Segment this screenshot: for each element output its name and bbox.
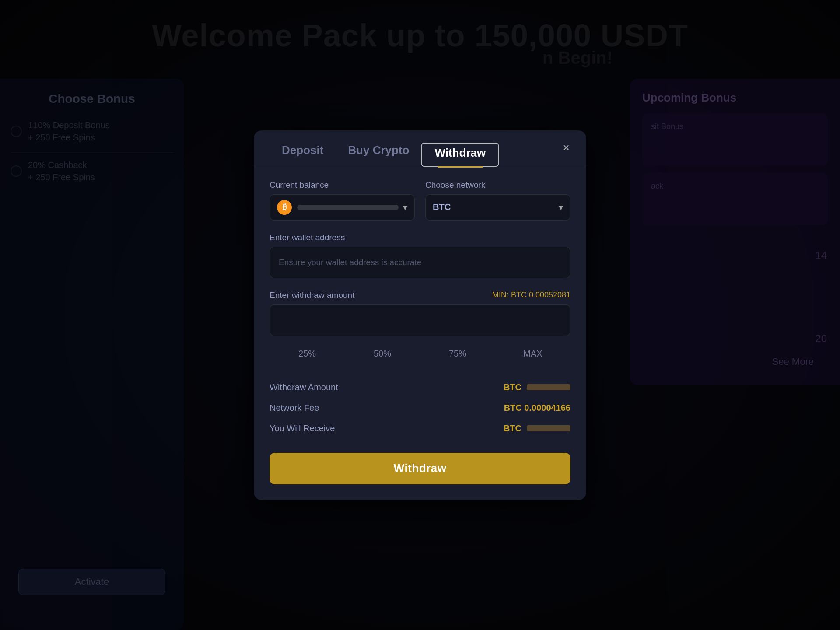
amount-label: Enter withdraw amount [270,290,354,300]
withdraw-amount-value: BTC [504,382,570,392]
pct-max-button[interactable]: MAX [495,343,570,365]
balance-redacted [297,205,399,210]
you-will-receive-redacted [527,425,570,431]
withdraw-amount-currency: BTC [504,382,522,392]
choose-network-group: Choose network BTC ▾ [425,180,570,220]
withdraw-amount-redacted [527,384,570,390]
current-balance-group: Current balance ₿ ▾ [270,180,415,220]
balance-chevron-icon: ▾ [403,202,407,213]
modal-tabs: Deposit Buy Crypto Withdraw × [254,130,586,167]
withdraw-button[interactable]: Withdraw [270,453,570,484]
modal-overlay: Deposit Buy Crypto Withdraw × Current ba… [0,0,840,630]
network-fee-row: Network Fee BTC 0.00004166 [270,398,570,418]
balance-network-row: Current balance ₿ ▾ Choose network BTC ▾ [270,180,570,220]
network-chevron-icon: ▾ [559,202,563,213]
wallet-address-label: Enter wallet address [270,233,570,242]
withdraw-amount-key: Withdraw Amount [270,382,338,392]
pct-25-button[interactable]: 25% [270,343,345,365]
pct-50-button[interactable]: 50% [345,343,420,365]
min-amount-label: MIN: BTC 0.00052081 [492,290,570,300]
tab-withdraw[interactable]: Withdraw [421,143,499,167]
amount-header: Enter withdraw amount MIN: BTC 0.0005208… [270,290,570,300]
amount-group: Enter withdraw amount MIN: BTC 0.0005208… [270,290,570,343]
network-value: BTC [433,202,554,212]
amount-input[interactable] [270,304,570,336]
tab-deposit[interactable]: Deposit [270,144,336,166]
you-will-receive-currency: BTC [504,424,522,434]
you-will-receive-key: You Will Receive [270,424,335,434]
network-fee-key: Network Fee [270,403,319,413]
withdraw-modal: Deposit Buy Crypto Withdraw × Current ba… [254,130,586,500]
wallet-address-group: Enter wallet address [270,233,570,278]
network-select[interactable]: BTC ▾ [425,194,570,220]
close-button[interactable]: × [558,140,574,156]
balance-select[interactable]: ₿ ▾ [270,194,415,220]
choose-network-label: Choose network [425,180,570,190]
network-fee-value: BTC 0.00004166 [504,403,570,413]
tab-buy-crypto[interactable]: Buy Crypto [336,144,421,166]
current-balance-label: Current balance [270,180,415,190]
pct-75-button[interactable]: 75% [420,343,495,365]
withdraw-amount-row: Withdraw Amount BTC [270,377,570,398]
summary-section: Withdraw Amount BTC Network Fee BTC 0.00… [270,377,570,439]
you-will-receive-row: You Will Receive BTC [270,418,570,439]
wallet-address-input[interactable] [270,247,570,278]
bitcoin-icon: ₿ [277,200,292,215]
modal-body: Current balance ₿ ▾ Choose network BTC ▾ [254,167,586,500]
percentage-row: 25% 50% 75% MAX [270,343,570,365]
you-will-receive-value: BTC [504,424,570,434]
